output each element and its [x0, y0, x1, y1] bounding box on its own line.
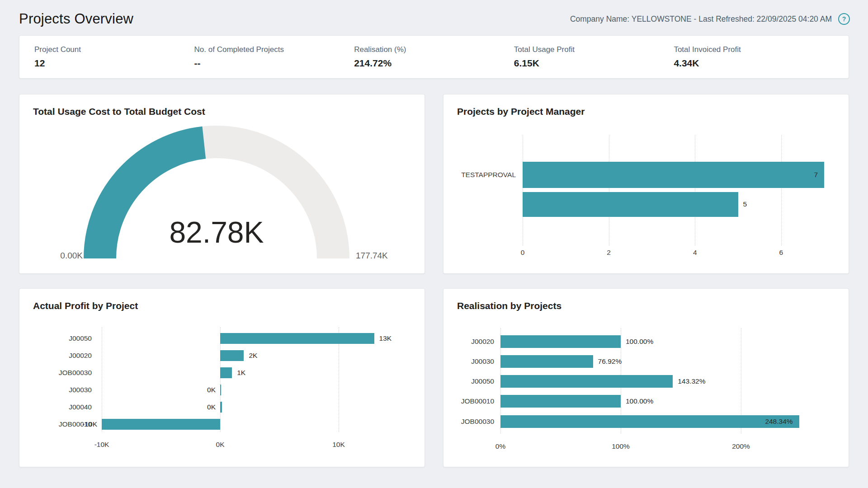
- kpi-item: Total Invoiced Profit4.34K: [674, 45, 834, 69]
- charts-grid: Total Usage Cost to Total Budget Cost 0.…: [19, 94, 849, 467]
- gauge-max-label: 177.74K: [356, 251, 388, 261]
- value-label: 2K: [249, 352, 257, 360]
- value-label: -10K: [58, 420, 97, 428]
- chart-title: Realisation by Projects: [457, 300, 561, 311]
- kpi-value: 12: [34, 58, 194, 69]
- tick-label: 0%: [480, 442, 521, 450]
- gridline: [695, 135, 695, 246]
- bar[interactable]: [500, 375, 673, 388]
- header: Projects Overview Company Name: YELLOWST…: [0, 0, 868, 35]
- bar[interactable]: [523, 192, 738, 217]
- gridline: [609, 135, 609, 246]
- gridline: [781, 135, 782, 246]
- kpi-value: 6.15K: [514, 58, 674, 69]
- bar[interactable]: [500, 355, 593, 368]
- bar[interactable]: [220, 402, 222, 413]
- gauge-chart-area: 0.00K 177.74K 82.78K: [19, 94, 425, 273]
- value-label: 13K: [379, 334, 392, 343]
- value-label: 7: [764, 171, 818, 179]
- tick-label: 10K: [318, 441, 359, 449]
- gauge-min-label: 0.00K: [36, 251, 83, 261]
- category-label: J00020: [443, 338, 494, 346]
- actual-profit-chart-area: -10K0K10KJ0005013KJ000202KJOB000301KJ000…: [19, 289, 425, 467]
- category-label: J00030: [19, 386, 92, 394]
- kpi-label: Total Usage Profit: [514, 45, 674, 54]
- kpi-item: No. of Completed Projects--: [194, 45, 354, 69]
- kpi-label: Realisation (%): [354, 45, 514, 54]
- projects-by-manager-card: Projects by Project Manager 0246TESTAPPR…: [443, 94, 849, 274]
- value-label: 0K: [177, 403, 216, 411]
- bar[interactable]: [500, 335, 621, 348]
- kpi-value: --: [194, 58, 354, 69]
- bar[interactable]: [220, 333, 374, 344]
- bar[interactable]: [220, 385, 221, 395]
- value-label: 100.00%: [626, 397, 653, 405]
- category-label: J00040: [19, 403, 92, 411]
- category-label: TESTAPPROVAL: [443, 171, 516, 179]
- actual-profit-card: Actual Profit by Project -10K0K10KJ00050…: [19, 288, 425, 467]
- value-label: 1K: [237, 369, 245, 377]
- category-label: J00050: [19, 334, 92, 343]
- help-icon[interactable]: ?: [838, 13, 850, 25]
- value-label: 76.92%: [598, 357, 622, 366]
- tick-label: 4: [675, 249, 715, 257]
- header-meta: Company Name: YELLOWSTONE - Last Refresh…: [570, 13, 850, 25]
- gridline: [102, 327, 102, 432]
- realisation-card: Realisation by Projects 0%100%200%J00020…: [443, 288, 849, 467]
- bar[interactable]: [102, 419, 220, 430]
- category-label: JOB00030: [19, 369, 92, 377]
- value-label: 0K: [177, 386, 216, 394]
- category-label: JOB00010: [443, 397, 494, 405]
- value-label: 5: [743, 200, 747, 208]
- category-label: JOB00030: [443, 418, 494, 426]
- bar[interactable]: [220, 350, 244, 361]
- projects-overview-dashboard: Projects Overview Company Name: YELLOWST…: [0, 0, 868, 488]
- page-title: Projects Overview: [19, 11, 133, 27]
- gauge-card: Total Usage Cost to Total Budget Cost 0.…: [19, 94, 425, 274]
- kpi-value: 214.72%: [354, 58, 514, 69]
- projects-by-manager-chart-area: 0246TESTAPPROVAL75: [443, 94, 849, 273]
- category-label: J00050: [443, 377, 494, 385]
- chart-title: Total Usage Cost to Total Budget Cost: [33, 106, 205, 117]
- category-label: J00030: [443, 357, 494, 366]
- value-label: 248.34%: [740, 418, 793, 426]
- kpi-label: Project Count: [34, 45, 194, 54]
- chart-title: Projects by Project Manager: [457, 106, 585, 117]
- realisation-chart-area: 0%100%200%J00020100.00%J0003076.92%J0005…: [443, 289, 849, 467]
- tick-label: 0: [502, 249, 543, 257]
- value-label: 143.32%: [678, 377, 705, 385]
- tick-label: 100%: [600, 442, 641, 450]
- kpi-value: 4.34K: [674, 58, 834, 69]
- chart-title: Actual Profit by Project: [33, 300, 138, 311]
- tick-label: -10K: [81, 441, 122, 449]
- kpi-item: Project Count12: [34, 45, 194, 69]
- kpi-item: Total Usage Profit6.15K: [514, 45, 674, 69]
- kpi-label: No. of Completed Projects: [194, 45, 354, 54]
- company-refresh-text: Company Name: YELLOWSTONE - Last Refresh…: [570, 14, 832, 24]
- gauge-value: 82.78K: [104, 217, 330, 247]
- tick-label: 2: [589, 249, 629, 257]
- kpi-label: Total Invoiced Profit: [674, 45, 834, 54]
- kpi-summary-card: Project Count12No. of Completed Projects…: [19, 35, 849, 79]
- value-label: 100.00%: [626, 338, 653, 346]
- category-label: J00020: [19, 352, 92, 360]
- bar[interactable]: [500, 395, 621, 408]
- bar[interactable]: [220, 367, 232, 378]
- tick-label: 200%: [721, 442, 761, 450]
- tick-label: 0K: [200, 441, 241, 449]
- tick-label: 6: [761, 249, 802, 257]
- gridline: [523, 135, 523, 246]
- kpi-item: Realisation (%)214.72%: [354, 45, 514, 69]
